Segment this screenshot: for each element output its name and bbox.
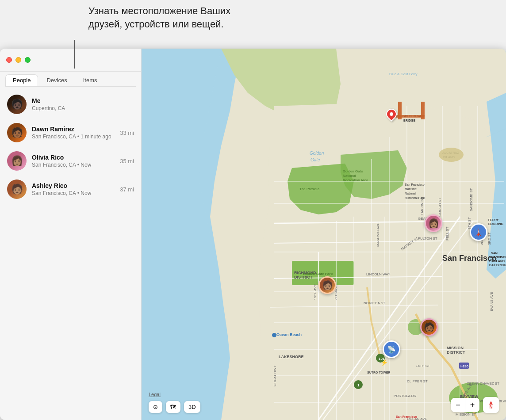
svg-text:3RD ST: 3RD ST [487, 232, 491, 245]
minimize-button[interactable] [15, 57, 21, 63]
svg-text:FRANCISCO-: FRANCISCO- [489, 256, 506, 259]
svg-text:SUTRO TOWER: SUTRO TOWER [367, 371, 390, 374]
person-location-ashley: San Francisco, CA • Now [32, 190, 115, 196]
svg-text:The Presidio: The Presidio [299, 187, 319, 191]
compass-arrow [489, 401, 493, 405]
map-controls-right: − + N [451, 397, 499, 413]
svg-text:SAN: SAN [491, 252, 498, 255]
person-name-ashley: Ashley Rico [32, 182, 115, 189]
tab-bar: People Devices Items [0, 72, 141, 86]
avatar-me: 🧑🏿 [7, 95, 27, 114]
location-icon: ⊙ [153, 404, 158, 410]
3d-button[interactable]: 3D [184, 401, 200, 413]
zoom-in-button[interactable]: + [465, 398, 479, 412]
person-info-me: Me Cupertino, CA [32, 97, 129, 111]
person-item-me[interactable]: 🧑🏿 Me Cupertino, CA [0, 90, 141, 118]
svg-text:BAY BRIDGE: BAY BRIDGE [489, 263, 506, 267]
pin-dawn: 🧑🏾 [420, 318, 438, 336]
svg-text:MISSION: MISSION [447, 346, 464, 350]
person-name-me: Me [32, 97, 129, 104]
svg-text:Historical Park: Historical Park [405, 196, 425, 199]
svg-text:FULTON ST: FULTON ST [418, 237, 437, 241]
svg-text:LINCOLN WAY: LINCOLN WAY [366, 272, 391, 276]
svg-text:National: National [343, 174, 356, 178]
svg-text:Golden Gate Park: Golden Gate Park [303, 272, 333, 276]
svg-text:MASONIC AVE: MASONIC AVE [376, 222, 380, 247]
svg-text:NORIEGA ST: NORIEGA ST [364, 301, 385, 305]
svg-rect-93 [421, 102, 425, 119]
compass[interactable]: N [483, 397, 499, 413]
pin-device: 🗼 [470, 223, 487, 241]
person-name-dawn: Dawn Ramirez [32, 126, 115, 133]
avatar-olivia: 👩🏽 [7, 151, 27, 171]
tab-items[interactable]: Items [76, 74, 105, 86]
svg-text:Blue & Gold Ferry: Blue & Gold Ferry [389, 72, 418, 76]
map-controls-bottom: ⊙ 🗺 3D [149, 401, 200, 413]
svg-text:LAKESHORE: LAKESHORE [279, 355, 304, 359]
person-distance-dawn: 33 mi [120, 130, 134, 136]
person-distance-olivia: 35 mi [120, 158, 134, 164]
svg-text:I-280: I-280 [460, 364, 469, 368]
person-info-olivia: Olivia Rico San Francisco, CA • Now [32, 154, 115, 168]
zoom-out-button[interactable]: − [451, 398, 465, 412]
person-item-olivia[interactable]: 👩🏽 Olivia Rico San Francisco, CA • Now 3… [0, 147, 141, 175]
person-item-ashley[interactable]: 🧑🏽 Ashley Rico San Francisco, CA • Now 3… [0, 175, 141, 203]
person-item-dawn[interactable]: 🧑🏾 Dawn Ramirez San Francisco, CA • 1 mi… [0, 118, 141, 147]
map-view-button[interactable]: 🗺 [166, 401, 180, 413]
maximize-button[interactable] [25, 57, 31, 63]
svg-text:GREAT HWY: GREAT HWY [273, 365, 277, 386]
svg-text:16TH ST: 16TH ST [416, 364, 430, 368]
svg-text:San Francisco: San Francisco [442, 254, 497, 263]
map-svg: San Francisco RICHMOND DISTRICT MISSION … [142, 49, 506, 420]
svg-rect-92 [398, 102, 402, 119]
svg-text:Golden: Golden [310, 151, 324, 156]
annotation-text: Узнать местоположение Ваших друзей, устр… [88, 4, 230, 31]
compass-label: N [489, 405, 492, 409]
map-area[interactable]: San Francisco RICHMOND DISTRICT MISSION … [142, 49, 506, 420]
svg-text:LARKIN ST: LARKIN ST [420, 197, 424, 215]
svg-text:Ocean Beach: Ocean Beach [276, 332, 302, 337]
svg-text:San Francisco: San Francisco [405, 183, 425, 186]
tab-people[interactable]: People [5, 74, 38, 86]
svg-point-95 [272, 333, 276, 337]
svg-text:Recreation Area: Recreation Area [343, 178, 368, 182]
sidebar: People Devices Items 🧑🏿 Me Cupertino, CA [0, 49, 142, 420]
tab-devices[interactable]: Devices [39, 74, 74, 86]
close-button[interactable] [6, 57, 12, 63]
3d-label: 3D [188, 404, 196, 410]
svg-text:MISSION ST: MISSION ST [456, 412, 476, 416]
svg-text:⚡: ⚡ [380, 359, 388, 367]
svg-text:EVANS AVE: EVANS AVE [490, 292, 494, 311]
svg-text:1: 1 [357, 383, 360, 387]
svg-text:BRIDGE: BRIDGE [403, 119, 416, 122]
svg-text:PORTOLA DR: PORTOLA DR [394, 394, 417, 398]
avatar-ashley: 🧑🏽 [7, 179, 27, 199]
svg-text:19TH AVE: 19TH AVE [313, 284, 317, 300]
svg-point-94 [439, 148, 464, 162]
person-location-olivia: San Francisco, CA • Now [32, 162, 115, 168]
svg-text:DISTRICT: DISTRICT [447, 350, 465, 355]
location-button[interactable]: ⊙ [149, 401, 162, 413]
people-list: 🧑🏿 Me Cupertino, CA 🧑🏾 Dawn Ramirez San … [0, 87, 141, 420]
map-icon: 🗺 [170, 404, 176, 410]
svg-text:BUILDING: BUILDING [488, 222, 503, 225]
pin-sutro: 📡 [383, 340, 400, 358]
legal-link[interactable]: Legal [149, 392, 161, 397]
pin-olivia: 👩🏽 [425, 214, 442, 232]
avatar-dawn: 🧑🏾 [7, 123, 27, 142]
svg-text:Maritime: Maritime [405, 187, 417, 191]
svg-text:San Francisco: San Francisco [396, 415, 417, 418]
svg-text:CLIPPER ST: CLIPPER ST [407, 379, 428, 383]
titlebar [0, 49, 141, 72]
person-info-dawn: Dawn Ramirez San Francisco, CA • 1 minut… [32, 126, 115, 140]
svg-text:Golden Gate: Golden Gate [343, 169, 363, 173]
person-info-ashley: Ashley Rico San Francisco, CA • Now [32, 182, 115, 196]
person-name-olivia: Olivia Rico [32, 154, 115, 161]
bridge-location-pin [386, 109, 397, 119]
svg-text:National: National [405, 192, 416, 195]
svg-text:OAKLAND: OAKLAND [489, 260, 505, 263]
person-location-dawn: San Francisco, CA • 1 minute ago [32, 134, 115, 140]
svg-text:Gate: Gate [310, 157, 320, 162]
person-location-me: Cupertino, CA [32, 105, 129, 111]
svg-text:FERRY: FERRY [488, 218, 499, 221]
